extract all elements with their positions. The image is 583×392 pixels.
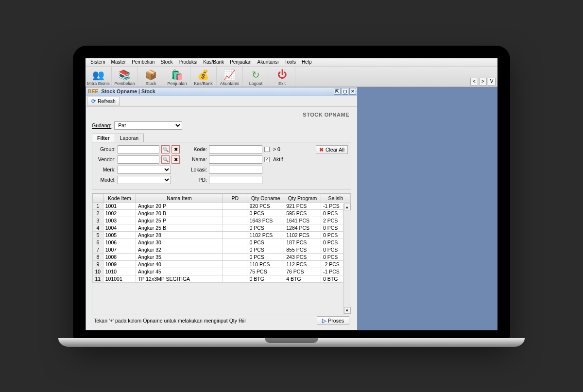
gt0-label: > 0 — [273, 146, 280, 152]
kasbank-icon: 💰 — [198, 69, 209, 81]
menu-sistem[interactable]: Sistem — [87, 58, 108, 66]
table-row[interactable]: 61006Angkur 300 PCS187 PCS0 PCS — [93, 239, 351, 246]
toolbar-exit[interactable]: ⏻Exit — [269, 67, 295, 86]
laptop-base — [58, 338, 525, 347]
toolbar-penjualan[interactable]: 🛍️Penjualan — [164, 67, 190, 86]
nama-input[interactable] — [209, 155, 262, 164]
proses-icon: ▷ — [322, 318, 326, 324]
gudang-label: Gudang: — [92, 122, 111, 128]
toolbar-nav-V[interactable]: V — [488, 78, 496, 85]
mitrabisnis-icon: 👥 — [93, 69, 104, 81]
toolbar-pembelian[interactable]: 📚Pembelian — [112, 67, 138, 86]
logout-icon: ↻ — [250, 69, 262, 81]
main-toolbar: 👥Mitra Bisnis📚Pembelian📦Stock🛍️Penjualan… — [86, 67, 497, 87]
gudang-row: Gudang: Pat — [92, 121, 351, 130]
pd-input[interactable] — [209, 176, 262, 184]
window-button-row: ⟳ Refresh — [86, 96, 357, 107]
model-label: Model: — [96, 177, 116, 183]
internal-window: BEE Stock Opname | Stock ⇱▢✕ ⟳ Refresh S… — [86, 87, 358, 330]
group-search-icon[interactable]: 🔍 — [161, 145, 170, 153]
merk-label: Merk: — [96, 167, 116, 172]
nama-label: Nama: — [189, 156, 207, 162]
stock-table: Kode ItemNama ItemPDQty OpnameQty Progra… — [92, 194, 351, 283]
menu-penjualan[interactable]: Penjualan — [227, 58, 254, 66]
tabstrip: Filter Laporan — [92, 134, 351, 142]
table-row[interactable]: 11001Angkur 20 P920 PCS921 PCS-1 PCS — [93, 202, 351, 209]
group-input[interactable] — [118, 145, 159, 153]
kode-input[interactable] — [209, 145, 262, 153]
toolbar-logout[interactable]: ↻Logout — [243, 67, 269, 86]
table-row[interactable]: 31003Angkur 25 P1643 PCS1641 PCS2 PCS — [93, 217, 351, 224]
col-pd[interactable]: PD — [223, 194, 247, 202]
gudang-select[interactable]: Pat — [114, 121, 182, 130]
toolbar-akuntansi[interactable]: 📈Akuntansi — [217, 67, 243, 86]
table-row[interactable]: 81008Angkur 350 PCS243 PCS0 PCS — [93, 253, 351, 260]
menu-stock[interactable]: Stock — [157, 58, 175, 66]
menu-produksi[interactable]: Produksi — [175, 58, 200, 66]
menubar: SistemMasterPembelianStockProduksiKas/Ba… — [86, 58, 497, 67]
proses-button[interactable]: ▷ Proses — [317, 316, 349, 325]
maximize-icon[interactable]: ▢ — [342, 88, 348, 95]
menu-kasbank[interactable]: Kas/Bank — [200, 58, 227, 66]
col-qtyprogram[interactable]: Qty Program — [284, 194, 321, 202]
table-row[interactable]: 101010Angkur 4575 PCS76 PCS-1 PCS — [93, 268, 351, 275]
table-row[interactable]: 71007Angkur 320 PCS855 PCS0 PCS — [93, 246, 351, 253]
vendor-label: Vendor: — [96, 156, 116, 162]
col-qtyopname[interactable]: Qty Opname — [247, 194, 284, 202]
screen: SistemMasterPembelianStockProduksiKas/Ba… — [86, 58, 497, 330]
scroll-up-icon[interactable]: ▴ — [344, 204, 351, 210]
screen-bezel: SistemMasterPembelianStockProduksiKas/Ba… — [73, 46, 510, 339]
lokasi-input[interactable] — [209, 166, 262, 174]
merk-select[interactable] — [118, 166, 171, 174]
table-row[interactable]: 91009Angkur 40110 PCS112 PCS-2 PCS — [93, 260, 351, 268]
col-selisih[interactable]: Selisih — [321, 194, 350, 202]
brand-label: BEE — [88, 88, 99, 94]
toolbar-stock[interactable]: 📦Stock — [138, 67, 164, 86]
akuntansi-icon: 📈 — [224, 69, 236, 81]
clear-all-button[interactable]: ✖ Clear All — [316, 145, 348, 154]
menu-pembelian[interactable]: Pembelian — [129, 58, 157, 66]
table-row[interactable]: 51005Angkur 281102 PCS1102 PCS0 PCS — [93, 231, 351, 239]
window-body: STOCK OPNAME Gudang: Pat Filter Laporan — [86, 107, 357, 330]
minimize-icon[interactable]: ⇱ — [334, 88, 341, 95]
vertical-scrollbar[interactable]: ▴ ▾ — [343, 204, 351, 314]
clear-all-label: Clear All — [326, 147, 344, 153]
stock-icon: 📦 — [145, 69, 157, 81]
tab-filter[interactable]: Filter — [92, 134, 115, 142]
refresh-button[interactable]: ⟳ Refresh — [87, 97, 120, 105]
table-row[interactable]: 41004Angkur 25 B0 PCS1284 PCS0 PCS — [93, 224, 351, 231]
col-namaitem[interactable]: Nama Item — [136, 194, 223, 202]
vendor-search-icon[interactable]: 🔍 — [161, 155, 170, 164]
filter-col-1: Group: 🔍 ✖ Vendor: 🔍 ✖ — [96, 145, 180, 184]
lokasi-label: Lokasi: — [189, 167, 207, 172]
page-title: STOCK OPNAME — [92, 112, 349, 118]
laptop-notch — [265, 338, 318, 343]
menu-master[interactable]: Master — [108, 58, 129, 66]
menu-akuntansi[interactable]: Akuntansi — [255, 58, 282, 66]
tab-laporan[interactable]: Laporan — [115, 134, 144, 142]
toolbar-nav-<[interactable]: < — [470, 78, 478, 85]
scroll-down-icon[interactable]: ▾ — [344, 307, 351, 314]
col-kodeitem[interactable]: Kode Item — [103, 194, 136, 202]
toolbar-kasbank[interactable]: 💰Kas/Bank — [190, 67, 217, 86]
menu-tools[interactable]: Tools — [282, 58, 299, 66]
toolbar-right-buttons: <>V — [470, 78, 496, 85]
close-icon[interactable]: ✕ — [349, 88, 356, 95]
vendor-clear-icon[interactable]: ✖ — [171, 155, 180, 164]
group-clear-icon[interactable]: ✖ — [171, 145, 180, 153]
kode-label: Kode: — [189, 146, 207, 152]
menu-help[interactable]: Help — [299, 58, 315, 66]
refresh-icon: ⟳ — [91, 98, 96, 104]
table-row[interactable]: 11101001TP 12x3MP SEGITIGA0 BTG4 BTG0 BT… — [93, 275, 351, 282]
model-select[interactable] — [118, 176, 171, 184]
data-grid: Kode ItemNama ItemPDQty OpnameQty Progra… — [92, 193, 351, 314]
gt0-checkbox[interactable] — [264, 147, 270, 152]
pembelian-icon: 📚 — [119, 69, 131, 81]
table-row[interactable]: 21002Angkur 20 B0 PCS595 PCS0 PCS — [93, 209, 351, 217]
col-rownum[interactable] — [93, 194, 103, 202]
toolbar-nav->[interactable]: > — [479, 78, 487, 85]
vendor-input[interactable] — [118, 155, 159, 164]
toolbar-mitrabisnis[interactable]: 👥Mitra Bisnis — [86, 67, 112, 86]
aktif-checkbox[interactable] — [264, 157, 270, 162]
window-titlebar[interactable]: BEE Stock Opname | Stock ⇱▢✕ — [86, 87, 357, 96]
